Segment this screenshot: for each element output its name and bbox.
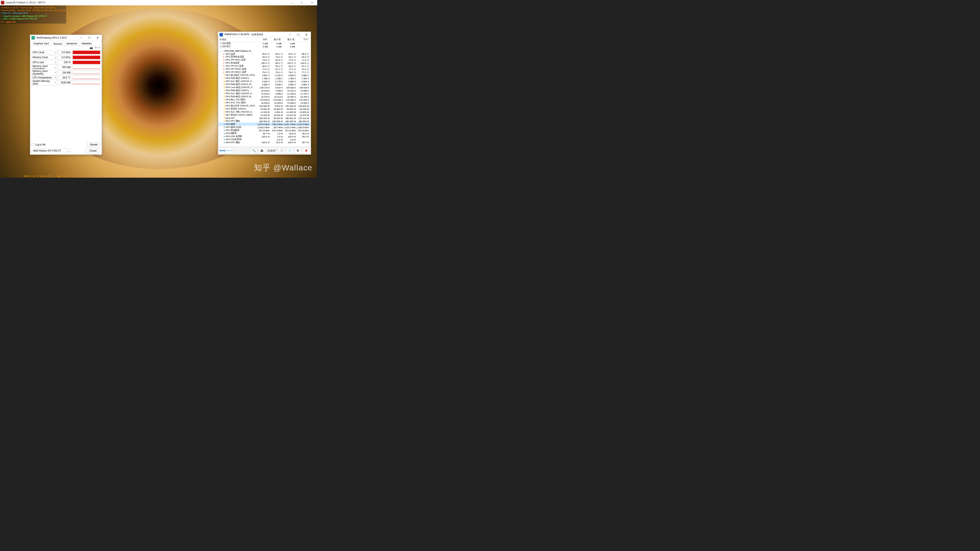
sensor-row[interactable]: 🌡GPU 温度90.5 °C68.2 °C90.6 °C88.9 °C <box>219 52 310 56</box>
summary-row[interactable]: ⊘总计写入0 MB0 MB0 MB <box>219 45 310 48</box>
sensor-row[interactable]: ◔GPU利用率99.7 %1.0 %99.8 %99.3 % <box>219 132 310 135</box>
hwinfo-titlebar[interactable]: HWiNFO64 v7.30-4870 - 传感器状态 ─ ☐ ✕ <box>218 32 311 38</box>
sensor-graph[interactable] <box>72 60 100 64</box>
tab-advanced[interactable]: Advanced <box>64 41 79 46</box>
sensor-row[interactable]: ›◔GPU D3D利用率0.0 %0.0 % <box>219 138 310 141</box>
chevron-down-icon: ⌄ <box>67 149 69 152</box>
titlebar[interactable]: Geeks3D FurMark v1.35.0.0 - 96FPS ─ ☐ ✕ <box>0 0 317 5</box>
header-min[interactable]: 最小值 <box>267 38 281 41</box>
sensor-row[interactable]: ⚡GPU SoC 电流 (VDDCR_S...11.913 A3.085 A11… <box>219 92 310 95</box>
tab-sensors[interactable]: Sensors <box>51 42 64 46</box>
sensor-row[interactable]: ⚡GPU PPT180.000 W36.543 W180.001 W179.41… <box>219 116 310 119</box>
sensor-value: 100 % <box>57 60 71 64</box>
settings-button[interactable]: ⚙ <box>295 147 302 154</box>
camera-icon[interactable]: 📷 <box>90 46 93 49</box>
exit-button[interactable]: ✖ <box>303 147 310 154</box>
nav-arrows-button[interactable]: ⇦⇨ <box>219 147 226 154</box>
furmark-logo <box>1 162 20 177</box>
gpuz-window[interactable]: TechPowerUp GPU-Z 2.54.0 ─ ☐ ✕ Graphics … <box>30 35 102 155</box>
nav-arrows-alt-button[interactable]: ⇦⇨ <box>226 147 233 154</box>
gpu-group-header[interactable]: ⌄▪GPU [#0]: AMD Radeon R... <box>219 49 310 52</box>
menu-icon[interactable]: ≡ <box>98 46 100 49</box>
tab-graphics-card[interactable]: Graphics Card <box>31 41 51 46</box>
gpuz-minimize-button[interactable]: ─ <box>77 35 85 41</box>
sensor-graph[interactable] <box>72 65 100 69</box>
sensor-row[interactable]: ⚡GPU PPT 限制180.000 W180.000 W180.000 W18… <box>219 119 310 123</box>
close-button[interactable]: ✕ <box>307 0 317 5</box>
gpuz-close-bottom-button[interactable]: Close <box>85 148 100 153</box>
gpuz-maximize-button[interactable]: ☐ <box>85 35 93 41</box>
sensor-row[interactable]: 🌡GPU VR VDDIO 温度77.0 °C67.3 °C77.0 °C75.… <box>219 68 310 71</box>
gpuz-sensor-list: GPU Clock0.0 MHzMemory Clock0.0 MHzGPU L… <box>30 50 102 85</box>
log-checkbox-input[interactable] <box>31 143 34 146</box>
summary-row[interactable]: ⊘总计读取0 MB0 MB0 MB <box>219 42 310 45</box>
sensor-value: 38.0 °C <box>57 75 71 79</box>
sensor-row[interactable]: ◔GPU 频率1,570.9 MHz795.5 MHz1,621.4 MHz1,… <box>219 123 310 126</box>
sensor-row[interactable]: ◔GPU 频率 (有效)1,566.6 MHz28.5 MHz1,615.5 M… <box>219 126 310 129</box>
gpuz-close-button[interactable]: ✕ <box>93 35 102 41</box>
hwinfo-minimize-button[interactable]: ─ <box>286 32 294 38</box>
overlay-gpu-temp: GPU 1: 0° C (min: 0° C - max: 0° C) <box>24 175 70 177</box>
sensor-row[interactable]: ◔GPU D3D 使用率100.0 %2.5 %100.0 %99.5 % <box>219 135 310 138</box>
header-max[interactable]: 最大值 <box>281 38 295 41</box>
maximize-button[interactable]: ☐ <box>297 0 307 5</box>
sensor-row: System Memory Used5630 MB <box>31 80 100 85</box>
sensor-row[interactable]: ⚡GPU 核心功率 (VDDCR_GFX)129.936 W5.876 W131… <box>219 104 310 107</box>
header-current[interactable]: 实时 <box>254 38 267 41</box>
sensor-row[interactable]: ⚡GPU SoC 功耗 (VDDCR_S...11.019 W2.401 W11… <box>219 110 310 113</box>
header-avg[interactable]: 平均 <box>295 38 308 41</box>
sensor-row[interactable]: ⚡GPU 核心 TDC 限制170.000 A170.000 A170.000 … <box>219 98 310 101</box>
gpuz-titlebar[interactable]: TechPowerUp GPU-Z 2.54.0 ─ ☐ ✕ <box>30 35 102 41</box>
sensor-row[interactable]: 🌡GPU 热点温度105.3 °C68.3 °C105.4 °C103.5 °C <box>219 62 310 65</box>
sensor-row: GPU Clock0.0 MHz <box>31 50 100 55</box>
sensor-row[interactable]: ⚡GPU 内存 电流 (VDDCI_M...16.474 A15.313 A16… <box>219 95 310 98</box>
app-icon <box>1 1 4 4</box>
log-to-file-checkbox[interactable]: Log to file <box>31 143 46 146</box>
sensor-label-dropdown[interactable]: GPU Clock <box>31 50 57 54</box>
header-sensor[interactable]: 传感器 <box>220 38 254 41</box>
sensor-row[interactable]: ⚡GPU SOC TDC 限制14.000 A14.000 A14.000 A1… <box>219 101 310 104</box>
sensor-graph[interactable] <box>72 50 100 54</box>
sensor-row[interactable]: 🌡GPU 显存结点温度92.0 °C74.0 °C92.0 °C90.3 °C <box>219 56 310 59</box>
network-button[interactable]: 🖧 <box>259 147 265 154</box>
sensor-row[interactable]: 🌡GPU VR VDDC 温度73.5 °C55.5 °C73.6 °C71.6… <box>219 59 310 62</box>
sensor-row[interactable]: 🌡GPU VR SoC 温度69.0 °C55.3 °C69.0 °C67.2 … <box>219 65 310 68</box>
sensor-value: 0.0 MHz <box>57 55 71 59</box>
gpu-select-dropdown[interactable]: AMD Radeon RX 5700 XT⌄ <box>31 149 71 153</box>
sensor-row[interactable]: ⚡GPU SoC 电压 (VDDCR_S...0.925 V0.778 V0.9… <box>219 80 310 83</box>
sensor-row[interactable]: ⚡GPU 核心电压 (VDDCR_GFX)0.867 V0.729 V0.892… <box>219 74 310 77</box>
search-button[interactable]: 🔍 <box>250 147 257 154</box>
sensor-graph[interactable] <box>72 70 100 74</box>
hwinfo-maximize-button[interactable]: ☐ <box>294 32 303 38</box>
sensor-row[interactable]: 🌡GPU VR VDDCI 温度79.0 °C70.0 °C79.0 °C77.… <box>219 71 310 74</box>
minimize-button[interactable]: ─ <box>287 0 297 5</box>
sensor-graph[interactable] <box>72 75 100 79</box>
sensor-graph[interactable] <box>72 80 100 84</box>
sensor-row[interactable]: ⚡GPU 显存功 (VDDCI_MEM)14.003 W13.016 W14.0… <box>219 113 310 116</box>
sensor-row: Memory Used (Dynamic)154 MB <box>31 70 100 75</box>
hwinfo-sensor-tree[interactable]: ⊘总计读取0 MB0 MB0 MB⊘总计写入0 MB0 MB0 MB⌄▪GPU … <box>218 42 311 146</box>
sensor-graph[interactable] <box>72 55 100 59</box>
reset-button[interactable]: Reset <box>87 142 101 147</box>
sensor-row[interactable]: ◔GPU PPT 限制100.0 %20.3 %100.0 %99.7 % <box>219 141 310 144</box>
overlay-stats: FurMark v1.35.0.0 - Burn-in test, 2560x1… <box>1 6 66 24</box>
hwinfo-window[interactable]: HWiNFO64 v7.30-4870 - 传感器状态 ─ ☐ ✕ 传感器 实时… <box>218 32 311 155</box>
sensor-value: 5630 MB <box>57 80 71 84</box>
tab-validation[interactable]: Validation <box>80 41 94 46</box>
sensor-row[interactable]: ⚡GPU 显存功 (VDDIO)20.552 W10.664 W20.603 W… <box>219 107 310 110</box>
sensor-row[interactable]: ⚡GPU 内存 电压 (VDDCI_M...0.850 V0.850 V0.85… <box>219 83 310 86</box>
sensor-label-dropdown[interactable]: Memory Used (Dynamic) <box>31 69 57 75</box>
save-button[interactable]: 📄 <box>286 147 293 154</box>
gpu-select-value: AMD Radeon RX 5700 XT <box>33 149 61 152</box>
hwinfo-close-button[interactable]: ✕ <box>302 32 311 38</box>
overlay-line: > GPU 1 (AMD Radeon RX 5700 XT) <box>1 18 66 20</box>
sensor-row[interactable]: ◔GPU 显存频率871.8 MHz871.8 MHz871.8 MHz871.… <box>219 129 310 132</box>
refresh-icon[interactable]: ⟳ <box>95 46 97 49</box>
sensor-row[interactable]: ⚡GPU Core 电流 (VDDCR_G...149.724 A8.037 A… <box>219 86 310 89</box>
sensor-row[interactable]: ⚡GPU 内存 电压 (VDDIO)1.356 V1.356 V1.356 V1… <box>219 77 310 80</box>
sensor-label-dropdown[interactable]: System Memory Used <box>31 79 57 86</box>
clock-button[interactable]: 🕐 <box>278 147 285 154</box>
sensor-label-dropdown[interactable]: Memory Clock <box>31 55 57 59</box>
sensor-value: 154 MB <box>57 70 71 74</box>
sensor-row[interactable]: ⚡GPU 内存 电流 (VDDIO)15.153 A7.863 A15.191 … <box>219 89 310 92</box>
